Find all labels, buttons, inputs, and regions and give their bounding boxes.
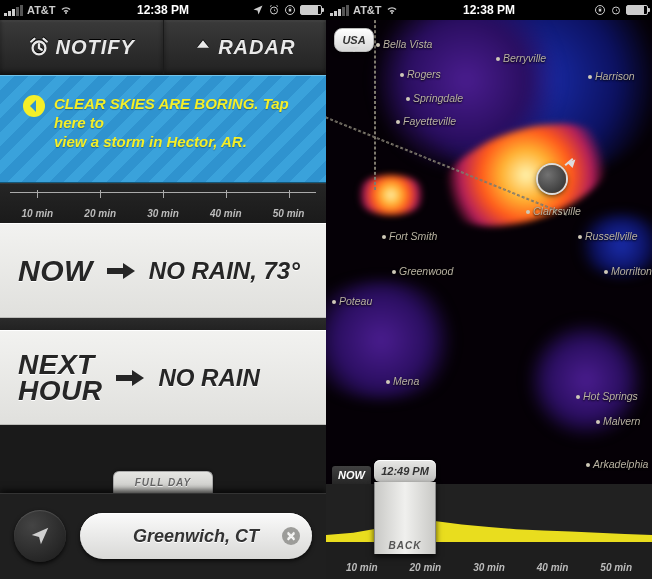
- map-city-label: Springdale: [406, 92, 463, 104]
- map-city-label: Mena: [386, 375, 419, 387]
- map-city-label: Fort Smith: [382, 230, 437, 242]
- tab-radar-label: RADAR: [218, 36, 295, 59]
- map-city-label: Rogers: [400, 68, 441, 80]
- map-city-label: Clarksville: [526, 205, 581, 217]
- scrubber-time: 12:49 PM: [374, 460, 436, 482]
- map-city-label: Berryville: [496, 52, 546, 64]
- tab-notify-label: NOTIFY: [56, 36, 135, 59]
- map-city-label: Harrison: [588, 70, 635, 82]
- map-city-label: Poteau: [332, 295, 372, 307]
- banner-text: CLEAR SKIES ARE BORING. Tap here to view…: [54, 94, 304, 151]
- tick: 20 min: [69, 208, 132, 219]
- battery-icon: [300, 5, 322, 15]
- orientation-lock-icon: [594, 4, 606, 16]
- wifi-icon: [60, 4, 72, 16]
- alarm-icon: [28, 36, 50, 58]
- map-city-label: Fayetteville: [396, 115, 456, 127]
- tick: 50 min: [257, 208, 320, 219]
- map-city-label: Malvern: [596, 415, 640, 427]
- hour-timeline[interactable]: 10 min 20 min 30 min 40 min 50 min: [0, 183, 326, 223]
- alarm-status-icon: [610, 4, 622, 16]
- footer: Greenwich, CT ✕: [0, 493, 326, 579]
- tab-radar[interactable]: RADAR: [164, 20, 327, 74]
- location-arrow-icon: [29, 525, 51, 547]
- radar-ticks: 10 min 20 min 30 min 40 min 50 min: [326, 562, 652, 573]
- row-now[interactable]: NOW NO RAIN, 73°: [0, 223, 326, 318]
- screen-radar: AT&T 12:38 PM USA Bella Vista Rogers Spr…: [326, 0, 652, 579]
- radar-timeline: NOW 12:49 PM BACK 10 min 20 min 30 min 4…: [326, 484, 652, 579]
- intensity-chart[interactable]: 12:49 PM BACK: [326, 484, 652, 542]
- screen-main: AT&T 12:38 PM NOTIFY RADAR CLEAR SKIES A…: [0, 0, 326, 579]
- tick: 10 min: [330, 562, 394, 573]
- radar-up-icon: [194, 38, 212, 56]
- full-day-handle[interactable]: FULL DAY: [113, 471, 213, 493]
- location-text: Greenwich, CT: [133, 526, 259, 547]
- row-next-hour[interactable]: NEXT HOUR NO RAIN: [0, 330, 326, 425]
- svg-rect-2: [289, 9, 292, 12]
- map-center-marker[interactable]: [538, 165, 566, 193]
- zoom-out-usa-button[interactable]: USA: [334, 28, 374, 52]
- now-label: NOW: [18, 257, 93, 284]
- arrow-left-circle-icon: [22, 94, 46, 118]
- tick: 20 min: [394, 562, 458, 573]
- map-city-label: Hot Springs: [576, 390, 638, 402]
- carrier-label: AT&T: [353, 4, 382, 16]
- clear-location-button[interactable]: ✕: [282, 527, 300, 545]
- battery-icon: [626, 5, 648, 15]
- arrow-right-icon: [116, 368, 144, 388]
- signal-icon: [330, 5, 349, 16]
- status-bar: AT&T 12:38 PM: [0, 0, 326, 20]
- now-tag: NOW: [332, 466, 371, 484]
- tick: 30 min: [132, 208, 195, 219]
- alarm-status-icon: [268, 4, 280, 16]
- radar-map[interactable]: USA Bella Vista Rogers Springdale Fayett…: [326, 20, 652, 579]
- map-city-label: Bella Vista: [376, 38, 432, 50]
- locate-button[interactable]: [14, 510, 66, 562]
- map-city-label: Arkadelphia: [586, 458, 648, 470]
- signal-icon: [4, 5, 23, 16]
- next-hour-value: NO RAIN: [158, 364, 259, 392]
- location-services-icon: [252, 4, 264, 16]
- next-hour-label: NEXT HOUR: [18, 352, 102, 402]
- arrow-right-icon: [107, 261, 135, 281]
- orientation-lock-icon: [284, 4, 296, 16]
- tick: 30 min: [457, 562, 521, 573]
- tick: 50 min: [584, 562, 648, 573]
- status-bar: AT&T 12:38 PM: [326, 0, 652, 20]
- carrier-label: AT&T: [27, 4, 56, 16]
- map-city-label: Morrilton: [604, 265, 652, 277]
- tick: 10 min: [6, 208, 69, 219]
- map-city-label: Russellville: [578, 230, 638, 242]
- location-pill[interactable]: Greenwich, CT ✕: [80, 513, 312, 559]
- back-button[interactable]: BACK: [374, 482, 436, 554]
- storm-banner[interactable]: CLEAR SKIES ARE BORING. Tap here to view…: [0, 75, 326, 183]
- now-value: NO RAIN, 73°: [149, 257, 300, 285]
- svg-rect-6: [599, 9, 602, 12]
- tab-notify[interactable]: NOTIFY: [0, 20, 164, 74]
- tick: 40 min: [521, 562, 585, 573]
- map-city-label: Greenwood: [392, 265, 453, 277]
- scrubber[interactable]: 12:49 PM BACK: [374, 460, 436, 554]
- wifi-icon: [386, 4, 398, 16]
- tick: 40 min: [194, 208, 257, 219]
- header-tabs: NOTIFY RADAR: [0, 20, 326, 75]
